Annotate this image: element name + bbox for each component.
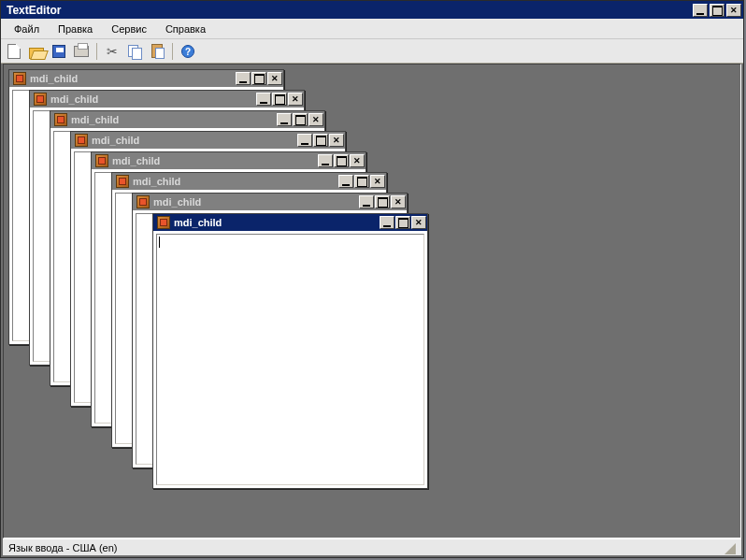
child-text-area[interactable] [156, 234, 424, 485]
child-min-button[interactable] [256, 93, 271, 106]
child-min-button[interactable] [277, 113, 292, 126]
print-icon [74, 46, 89, 57]
child-min-button[interactable] [297, 134, 312, 147]
child-title-text: mdi_child [153, 196, 201, 208]
child-max-button[interactable] [375, 195, 390, 208]
child-titlebar[interactable]: mdi_child [112, 173, 386, 190]
child-max-button[interactable] [334, 154, 349, 167]
child-app-icon [13, 72, 26, 85]
child-app-icon [116, 175, 129, 188]
save-file-button[interactable] [50, 42, 68, 61]
child-title-text: mdi_child [71, 114, 119, 125]
main-maximize-button[interactable] [710, 4, 724, 17]
child-min-button[interactable] [318, 154, 333, 167]
child-app-icon [34, 93, 47, 106]
child-app-icon [54, 113, 67, 126]
child-app-icon [136, 195, 150, 208]
child-title-text: mdi_child [133, 176, 180, 187]
child-close-button[interactable] [267, 72, 282, 85]
child-min-button[interactable] [359, 195, 374, 208]
main-window: TextEditor ФайлПравкаСервисСправка ✂? md… [0, 0, 744, 558]
child-title-text: mdi_child [174, 217, 222, 228]
child-min-button[interactable] [380, 216, 395, 229]
text-cursor [159, 237, 160, 248]
mdi-client-area[interactable]: mdi_childmdi_childmdi_childmdi_childmdi_… [3, 64, 741, 538]
child-max-button[interactable] [251, 72, 266, 85]
child-close-button[interactable] [329, 134, 344, 147]
copy-button[interactable] [125, 42, 144, 61]
menu-item-0[interactable]: Файл [5, 21, 49, 37]
child-max-button[interactable] [272, 93, 287, 106]
child-title-text: mdi_child [112, 155, 160, 166]
child-max-button[interactable] [354, 175, 369, 188]
child-close-button[interactable] [391, 195, 406, 208]
menubar: ФайлПравкаСервисСправка [1, 19, 743, 39]
copy-icon [128, 45, 141, 58]
main-titlebar[interactable]: TextEditor [1, 1, 743, 19]
resize-grip-icon[interactable] [723, 541, 736, 554]
child-app-icon [95, 154, 108, 167]
child-min-button[interactable] [236, 72, 251, 85]
paste-icon [151, 44, 163, 58]
child-close-button[interactable] [370, 175, 385, 188]
app-title: TextEditor [7, 4, 61, 17]
paste-button[interactable] [148, 42, 166, 61]
menu-item-3[interactable]: Справка [156, 21, 215, 37]
child-titlebar[interactable]: mdi_child [71, 132, 345, 149]
child-max-button[interactable] [313, 134, 328, 147]
cut-button[interactable]: ✂ [103, 42, 122, 61]
save-file-icon [52, 45, 65, 58]
child-close-button[interactable] [350, 154, 365, 167]
toolbar: ✂? [1, 39, 743, 64]
child-title-text: mdi_child [92, 135, 139, 146]
toolbar-separator [172, 43, 173, 60]
child-title-text: mdi_child [50, 93, 98, 105]
child-max-button[interactable] [395, 216, 410, 229]
child-titlebar[interactable]: mdi_child [30, 91, 304, 108]
main-minimize-button[interactable] [693, 4, 708, 17]
child-close-button[interactable] [288, 93, 303, 106]
child-app-icon [157, 216, 170, 229]
help-icon: ? [181, 45, 194, 58]
new-file-icon [7, 44, 21, 59]
child-title-text: mdi_child [30, 73, 78, 84]
child-close-button[interactable] [411, 216, 426, 229]
child-close-button[interactable] [308, 113, 323, 126]
menu-item-1[interactable]: Правка [49, 21, 102, 37]
print-button[interactable] [72, 42, 91, 61]
new-file-button[interactable] [5, 42, 23, 61]
help-button[interactable]: ? [179, 42, 197, 61]
mdi-child-window[interactable]: mdi_child [152, 213, 428, 489]
child-titlebar[interactable]: mdi_child [92, 152, 366, 169]
child-titlebar[interactable]: mdi_child [153, 214, 427, 231]
child-max-button[interactable] [293, 113, 308, 126]
toolbar-separator [96, 43, 97, 60]
open-file-icon [29, 46, 44, 57]
cut-icon: ✂ [107, 44, 118, 59]
child-app-icon [75, 134, 88, 147]
status-text: Язык ввода - США (en) [8, 542, 118, 553]
child-titlebar[interactable]: mdi_child [9, 70, 283, 87]
statusbar: Язык ввода - США (en) [3, 538, 741, 555]
child-min-button[interactable] [338, 175, 353, 188]
open-file-button[interactable] [27, 42, 46, 61]
main-close-button[interactable] [726, 4, 741, 17]
child-titlebar[interactable]: mdi_child [50, 111, 324, 128]
child-titlebar[interactable]: mdi_child [133, 194, 407, 210]
menu-item-2[interactable]: Сервис [102, 21, 156, 37]
